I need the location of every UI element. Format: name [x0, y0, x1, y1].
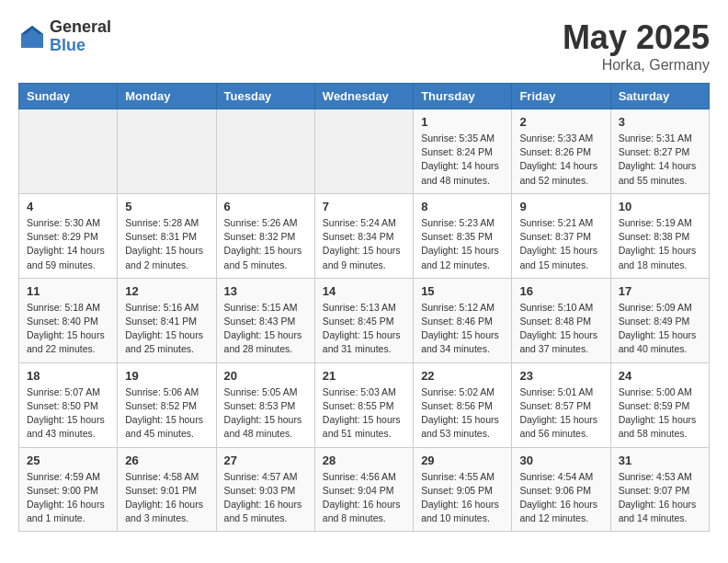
- logo-general-text: General: [50, 18, 111, 37]
- day-number: 5: [125, 200, 208, 213]
- day-number: 22: [421, 369, 504, 383]
- day-number: 1: [421, 115, 504, 129]
- table-row: 20Sunrise: 5:05 AMSunset: 8:53 PMDayligh…: [216, 362, 314, 447]
- svg-marker-0: [21, 26, 43, 48]
- table-row: 18Sunrise: 5:07 AMSunset: 8:50 PMDayligh…: [19, 362, 118, 447]
- day-info: Sunrise: 4:54 AMSunset: 9:06 PMDaylight:…: [519, 470, 602, 526]
- table-row: 11Sunrise: 5:18 AMSunset: 8:40 PMDayligh…: [19, 278, 118, 362]
- day-info: Sunrise: 4:53 AMSunset: 9:07 PMDaylight:…: [619, 470, 701, 526]
- table-row: 26Sunrise: 4:58 AMSunset: 9:01 PMDayligh…: [118, 447, 216, 532]
- day-info: Sunrise: 5:28 AMSunset: 8:31 PMDaylight:…: [125, 216, 208, 272]
- day-number: 18: [27, 369, 109, 383]
- day-number: 19: [125, 369, 208, 383]
- table-row: [216, 109, 314, 194]
- table-row: [118, 109, 216, 194]
- table-row: [19, 109, 118, 194]
- table-row: 29Sunrise: 4:55 AMSunset: 9:05 PMDayligh…: [414, 447, 512, 532]
- day-info: Sunrise: 5:09 AMSunset: 8:49 PMDaylight:…: [619, 301, 701, 357]
- weekday-header-row: Sunday Monday Tuesday Wednesday Thursday…: [19, 84, 710, 109]
- day-number: 13: [224, 284, 307, 298]
- day-number: 7: [323, 200, 405, 213]
- day-number: 14: [323, 284, 405, 298]
- day-info: Sunrise: 5:07 AMSunset: 8:50 PMDaylight:…: [27, 385, 109, 442]
- day-number: 20: [224, 369, 307, 383]
- week-row-3: 11Sunrise: 5:18 AMSunset: 8:40 PMDayligh…: [19, 278, 710, 362]
- day-number: 4: [27, 200, 109, 213]
- table-row: 15Sunrise: 5:12 AMSunset: 8:46 PMDayligh…: [414, 278, 512, 362]
- table-row: 23Sunrise: 5:01 AMSunset: 8:57 PMDayligh…: [512, 362, 610, 447]
- table-row: 7Sunrise: 5:24 AMSunset: 8:34 PMDaylight…: [314, 193, 413, 278]
- table-row: 19Sunrise: 5:06 AMSunset: 8:52 PMDayligh…: [118, 362, 216, 447]
- header-wednesday: Wednesday: [314, 84, 413, 109]
- week-row-5: 25Sunrise: 4:59 AMSunset: 9:00 PMDayligh…: [19, 447, 710, 532]
- logo-blue-text: Blue: [50, 37, 111, 55]
- table-row: 3Sunrise: 5:31 AMSunset: 8:27 PMDaylight…: [610, 109, 709, 194]
- day-number: 3: [619, 115, 701, 129]
- day-info: Sunrise: 5:02 AMSunset: 8:56 PMDaylight:…: [421, 385, 504, 442]
- day-info: Sunrise: 5:26 AMSunset: 8:32 PMDaylight:…: [224, 216, 307, 272]
- day-info: Sunrise: 5:03 AMSunset: 8:55 PMDaylight:…: [323, 385, 405, 442]
- table-row: 4Sunrise: 5:30 AMSunset: 8:29 PMDaylight…: [19, 193, 118, 278]
- logo-text: General Blue: [50, 18, 111, 55]
- table-row: 10Sunrise: 5:19 AMSunset: 8:38 PMDayligh…: [610, 193, 709, 278]
- table-row: 13Sunrise: 5:15 AMSunset: 8:43 PMDayligh…: [216, 278, 314, 362]
- day-info: Sunrise: 5:10 AMSunset: 8:48 PMDaylight:…: [519, 301, 602, 357]
- day-info: Sunrise: 5:00 AMSunset: 8:59 PMDaylight:…: [619, 385, 701, 442]
- day-number: 29: [421, 454, 504, 467]
- calendar-title: May 2025: [563, 18, 710, 57]
- table-row: 24Sunrise: 5:00 AMSunset: 8:59 PMDayligh…: [610, 362, 709, 447]
- header-saturday: Saturday: [610, 84, 709, 109]
- day-info: Sunrise: 5:19 AMSunset: 8:38 PMDaylight:…: [619, 216, 701, 272]
- day-number: 2: [519, 115, 602, 129]
- day-number: 17: [619, 284, 701, 298]
- header-friday: Friday: [512, 84, 610, 109]
- day-number: 6: [224, 200, 307, 213]
- day-info: Sunrise: 5:31 AMSunset: 8:27 PMDaylight:…: [619, 132, 701, 188]
- day-number: 16: [519, 284, 602, 298]
- day-number: 27: [224, 454, 307, 467]
- day-number: 30: [519, 454, 602, 467]
- day-number: 11: [27, 284, 109, 298]
- page-header: General Blue May 2025 Horka, Germany: [18, 18, 710, 74]
- week-row-4: 18Sunrise: 5:07 AMSunset: 8:50 PMDayligh…: [19, 362, 710, 447]
- day-number: 21: [323, 369, 405, 383]
- day-info: Sunrise: 5:13 AMSunset: 8:45 PMDaylight:…: [323, 301, 405, 357]
- week-row-1: 1Sunrise: 5:35 AMSunset: 8:24 PMDaylight…: [19, 109, 710, 194]
- day-info: Sunrise: 5:01 AMSunset: 8:57 PMDaylight:…: [519, 385, 602, 442]
- day-number: 10: [619, 200, 701, 213]
- table-row: [314, 109, 413, 194]
- table-row: 22Sunrise: 5:02 AMSunset: 8:56 PMDayligh…: [414, 362, 512, 447]
- day-number: 15: [421, 284, 504, 298]
- day-info: Sunrise: 5:21 AMSunset: 8:37 PMDaylight:…: [519, 216, 602, 272]
- header-sunday: Sunday: [19, 84, 118, 109]
- table-row: 30Sunrise: 4:54 AMSunset: 9:06 PMDayligh…: [512, 447, 610, 532]
- day-info: Sunrise: 4:58 AMSunset: 9:01 PMDaylight:…: [125, 470, 208, 526]
- day-number: 12: [125, 284, 208, 298]
- table-row: 12Sunrise: 5:16 AMSunset: 8:41 PMDayligh…: [118, 278, 216, 362]
- logo-icon: [18, 23, 46, 51]
- week-row-2: 4Sunrise: 5:30 AMSunset: 8:29 PMDaylight…: [19, 193, 710, 278]
- day-number: 28: [323, 454, 405, 467]
- header-thursday: Thursday: [414, 84, 512, 109]
- table-row: 14Sunrise: 5:13 AMSunset: 8:45 PMDayligh…: [314, 278, 413, 362]
- day-number: 31: [619, 454, 701, 467]
- day-info: Sunrise: 4:56 AMSunset: 9:04 PMDaylight:…: [323, 470, 405, 526]
- table-row: 28Sunrise: 4:56 AMSunset: 9:04 PMDayligh…: [314, 447, 413, 532]
- day-number: 25: [27, 454, 109, 467]
- calendar-table: Sunday Monday Tuesday Wednesday Thursday…: [18, 83, 710, 532]
- day-info: Sunrise: 5:18 AMSunset: 8:40 PMDaylight:…: [27, 301, 109, 357]
- table-row: 9Sunrise: 5:21 AMSunset: 8:37 PMDaylight…: [512, 193, 610, 278]
- table-row: 21Sunrise: 5:03 AMSunset: 8:55 PMDayligh…: [314, 362, 413, 447]
- day-info: Sunrise: 5:23 AMSunset: 8:35 PMDaylight:…: [421, 216, 504, 272]
- logo: General Blue: [18, 18, 111, 55]
- table-row: 25Sunrise: 4:59 AMSunset: 9:00 PMDayligh…: [19, 447, 118, 532]
- title-block: May 2025 Horka, Germany: [563, 18, 710, 74]
- header-monday: Monday: [118, 84, 216, 109]
- day-number: 23: [519, 369, 602, 383]
- table-row: 27Sunrise: 4:57 AMSunset: 9:03 PMDayligh…: [216, 447, 314, 532]
- table-row: 31Sunrise: 4:53 AMSunset: 9:07 PMDayligh…: [610, 447, 709, 532]
- day-info: Sunrise: 5:06 AMSunset: 8:52 PMDaylight:…: [125, 385, 208, 442]
- table-row: 17Sunrise: 5:09 AMSunset: 8:49 PMDayligh…: [610, 278, 709, 362]
- calendar-location: Horka, Germany: [563, 57, 710, 74]
- day-info: Sunrise: 5:16 AMSunset: 8:41 PMDaylight:…: [125, 301, 208, 357]
